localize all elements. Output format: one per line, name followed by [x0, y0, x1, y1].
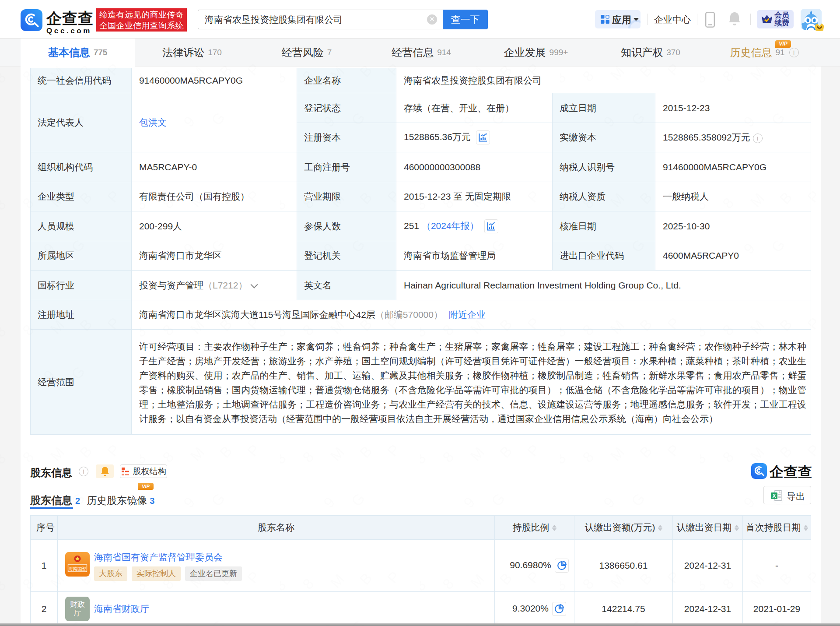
svg-text:海南国资: 海南国资: [68, 566, 86, 571]
svg-text:X: X: [772, 493, 776, 499]
